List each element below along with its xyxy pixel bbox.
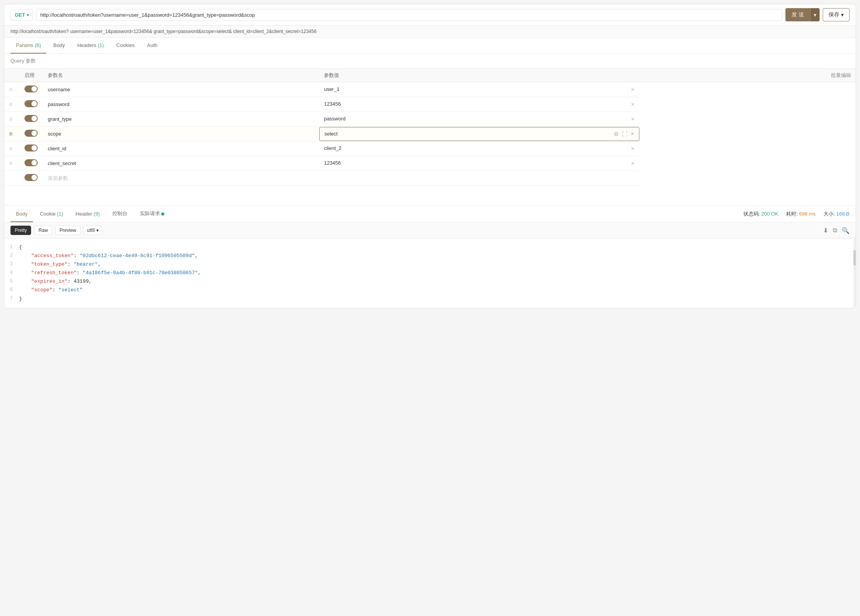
param-name-password[interactable]: password <box>43 97 319 112</box>
close-icon[interactable]: × <box>631 145 634 152</box>
param-value-scope[interactable]: select <box>324 131 338 137</box>
toggle-grant-type[interactable] <box>24 115 38 122</box>
copy-icon[interactable]: ⧉ <box>833 227 837 234</box>
col-header-enabled: 启用 <box>20 69 43 82</box>
add-param-placeholder[interactable]: 添加参数 <box>43 171 319 186</box>
encoding-value: utf8 <box>87 228 95 233</box>
response-tabs-bar: Body Cookie (1) Header (9) 控制台 实际请求 状态码:… <box>4 205 856 223</box>
close-icon[interactable]: × <box>631 116 634 123</box>
send-button[interactable]: 发 送 <box>785 8 810 21</box>
response-size: 168 B <box>836 211 850 217</box>
chevron-down-icon: ▾ <box>27 13 29 17</box>
save-button[interactable]: 保存 ▾ <box>823 8 850 21</box>
tab-params[interactable]: Params (6) <box>10 38 46 54</box>
table-row: ≡ scope select ⚙ ⛶ × <box>4 127 856 141</box>
drag-handle[interactable]: ≡ <box>9 160 12 167</box>
tab-console[interactable]: 控制台 <box>107 205 133 223</box>
tab-response-header[interactable]: Header (9) <box>70 206 105 222</box>
time-label: 耗时: 698 ms <box>786 211 816 218</box>
main-container: GET ▾ 发 送 ▾ 保存 ▾ http://localhost/oauth/… <box>4 4 856 308</box>
tab-response-body[interactable]: Body <box>10 206 33 222</box>
code-line-2: 2 "access_token": "02dbc612-ceae-4e49-8c… <box>4 252 856 260</box>
batch-edit-button[interactable]: 批量编辑 <box>639 69 856 82</box>
param-name-username[interactable]: username <box>43 82 319 97</box>
scrollbar-thumb[interactable] <box>853 250 856 266</box>
toggle-client-secret[interactable] <box>24 159 38 166</box>
tab-cookies[interactable]: Cookies <box>111 38 140 54</box>
params-table: 启用 参数名 参数值 批量编辑 ≡ username user_1 × ≡ <box>4 68 856 186</box>
toggle-username[interactable] <box>24 85 38 92</box>
resolved-url: http://localhost/oauth/token? username=u… <box>4 26 856 38</box>
fullscreen-icon[interactable]: ⛶ <box>622 131 627 137</box>
url-bar: GET ▾ 发 送 ▾ 保存 ▾ <box>4 4 856 26</box>
scrollbar-track[interactable] <box>853 238 856 308</box>
response-status: 状态码: 200 OK 耗时: 698 ms 大小: 168 B <box>743 211 850 218</box>
param-value-grant-type[interactable]: password × <box>319 112 639 127</box>
param-value-password[interactable]: 123456 × <box>319 97 639 112</box>
code-block: 1 { 2 "access_token": "02dbc612-ceae-4e4… <box>4 238 856 308</box>
tab-headers[interactable]: Headers (1) <box>72 38 110 54</box>
chevron-down-icon-encoding: ▾ <box>96 228 99 233</box>
param-name-client-secret[interactable]: client_secret <box>43 156 319 171</box>
request-tabs-bar: Params (6) Body Headers (1) Cookies Auth <box>4 38 856 54</box>
code-line-5: 5 "expires_in": 43199, <box>4 277 856 286</box>
pretty-button[interactable]: Pretty <box>10 226 31 235</box>
param-name-client-id[interactable]: client_id <box>43 141 319 156</box>
query-params-label: Query 参数 <box>4 54 856 68</box>
param-name-scope[interactable]: scope <box>43 127 319 141</box>
method-text: GET <box>15 12 25 18</box>
toggle-add-param[interactable] <box>24 174 38 181</box>
tab-body[interactable]: Body <box>48 38 70 54</box>
table-row: ≡ username user_1 × <box>4 82 856 97</box>
code-line-6: 6 "scope": "select" <box>4 286 856 294</box>
code-line-7: 7 } <box>4 295 856 303</box>
chevron-down-icon-save: ▾ <box>841 12 844 18</box>
expand-icon[interactable]: ⚙ <box>614 131 619 137</box>
response-section: Body Cookie (1) Header (9) 控制台 实际请求 状态码:… <box>4 205 856 308</box>
raw-button[interactable]: Raw <box>34 226 52 235</box>
tab-auth[interactable]: Auth <box>142 38 163 54</box>
drag-handle[interactable]: ≡ <box>9 131 12 137</box>
download-icon[interactable]: ⬇ <box>823 227 828 234</box>
param-name-grant-type[interactable]: grant_type <box>43 112 319 127</box>
status-label: 状态码: 200 OK <box>743 211 778 218</box>
format-icons: ⬇ ⧉ 🔍 <box>823 227 850 234</box>
toggle-client-id[interactable] <box>24 144 38 151</box>
param-value-client-secret[interactable]: 123456 × <box>319 156 639 171</box>
table-row: ≡ client_id client_2 × <box>4 141 856 156</box>
tab-response-cookie[interactable]: Cookie (1) <box>35 206 69 222</box>
col-header-name: 参数名 <box>43 69 319 82</box>
code-area: 1 { 2 "access_token": "02dbc612-ceae-4e4… <box>4 238 856 308</box>
toggle-password[interactable] <box>24 100 38 107</box>
preview-button[interactable]: Preview <box>55 226 80 235</box>
table-row: ≡ grant_type password × <box>4 112 856 127</box>
toggle-scope[interactable] <box>24 130 38 137</box>
method-select[interactable]: GET ▾ <box>10 9 33 21</box>
col-header-value: 参数值 <box>319 69 639 82</box>
encoding-select[interactable]: utf8 ▾ <box>84 226 102 235</box>
tab-actual-request[interactable]: 实际请求 <box>134 205 170 223</box>
drag-handle[interactable]: ≡ <box>9 145 12 152</box>
drag-handle[interactable]: ≡ <box>9 116 12 122</box>
close-icon[interactable]: × <box>630 131 634 137</box>
response-time: 698 ms <box>799 211 816 217</box>
dot-icon <box>161 212 164 216</box>
status-code: 200 OK <box>761 211 778 217</box>
close-icon[interactable]: × <box>631 160 634 167</box>
drag-handle[interactable]: ≡ <box>9 101 12 108</box>
param-value-client-id[interactable]: client_2 × <box>319 141 639 156</box>
size-label: 大小: 168 B <box>823 211 850 218</box>
close-icon[interactable]: × <box>631 86 634 93</box>
spacer <box>4 186 856 197</box>
drag-handle[interactable]: ≡ <box>9 86 12 93</box>
add-param-row: 添加参数 <box>4 171 856 186</box>
format-bar: Pretty Raw Preview utf8 ▾ ⬇ ⧉ 🔍 <box>4 223 856 238</box>
url-input[interactable] <box>36 9 782 21</box>
close-icon[interactable]: × <box>631 101 634 108</box>
code-line-3: 3 "token_type": "bearer", <box>4 260 856 269</box>
param-value-username[interactable]: user_1 × <box>319 82 639 97</box>
param-value-scope-cell: select ⚙ ⛶ × <box>319 127 639 141</box>
search-icon[interactable]: 🔍 <box>842 227 850 234</box>
send-arrow-button[interactable]: ▾ <box>810 8 820 21</box>
send-group: 发 送 ▾ <box>785 8 820 21</box>
